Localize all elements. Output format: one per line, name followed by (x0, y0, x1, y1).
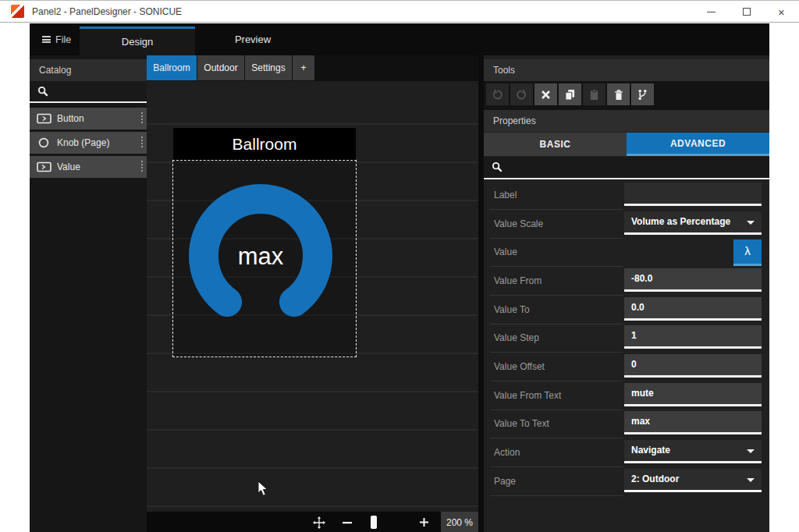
label-input[interactable] (624, 183, 762, 206)
zoom-slider-handle[interactable] (371, 516, 377, 529)
minimize-icon (707, 12, 716, 12)
property-row-label: Label (484, 182, 769, 210)
property-row-value-from-text: Value From Text mute (484, 382, 769, 410)
catalog-panel: Catalog Button (30, 55, 147, 532)
drag-handle-icon[interactable] (141, 112, 143, 125)
zoom-in-button[interactable] (415, 512, 432, 532)
lambda-icon: λ (744, 244, 751, 257)
drag-handle-icon[interactable] (141, 137, 143, 149)
value-offset-input[interactable]: 0 (624, 354, 762, 378)
catalog-item-button[interactable]: Button (30, 108, 147, 129)
zoom-out-button[interactable] (339, 512, 356, 532)
file-menu-button[interactable]: File (42, 23, 71, 55)
property-row-value-from: Value From -80.0 (484, 268, 769, 296)
app-logo-icon (11, 5, 24, 18)
delete-button[interactable] (607, 83, 630, 105)
copy-button[interactable] (559, 83, 581, 105)
mouse-cursor-icon (257, 481, 268, 497)
branch-icon (637, 89, 648, 101)
minimize-button[interactable] (694, 1, 729, 23)
design-canvas[interactable]: Ballroom max (147, 81, 478, 512)
knob-value-text: max (238, 243, 284, 270)
page-dropdown[interactable]: 2: Outdoor (624, 469, 762, 492)
property-row-value: Value λ (484, 239, 769, 267)
title-bar: Panel2 - PanelDesigner - SONICUE × (0, 0, 799, 23)
close-button[interactable]: × (764, 1, 799, 23)
value-scale-dropdown[interactable]: Volume as Percentage (624, 211, 762, 235)
tab-advanced[interactable]: ADVANCED (627, 133, 769, 156)
search-icon (492, 161, 503, 173)
tools-properties-panel: Tools (484, 55, 769, 532)
tab-basic[interactable]: BASIC (484, 133, 627, 156)
catalog-item-label: Button (57, 113, 84, 124)
value-from-input[interactable]: -80.0 (624, 268, 762, 292)
canvas-zoom-bar (147, 512, 441, 532)
property-row-value-scale: Value Scale Volume as Percentage (484, 211, 769, 239)
maximize-button[interactable] (729, 1, 764, 23)
catalog-item-label: Knob (Page) (57, 137, 109, 148)
paste-icon (588, 89, 600, 101)
page-tab-settings[interactable]: Settings (245, 55, 292, 80)
design-area: Ballroom Outdoor Settings + Ballroom max (147, 55, 478, 532)
catalog-header: Catalog (30, 59, 147, 81)
page-tab-outdoor[interactable]: Outdoor (197, 55, 244, 80)
property-row-value-step: Value Step 1 (484, 325, 769, 353)
property-row-value-to: Value To 0.0 (484, 296, 769, 325)
value-widget-icon (37, 161, 52, 172)
catalog-item-label: Value (57, 161, 80, 172)
catalog-item-list: Button Knob (Page) Value (30, 108, 147, 180)
knob-widget-selection[interactable]: max (173, 161, 356, 356)
app-content: File Design Preview Catalog (30, 23, 769, 532)
fit-view-button[interactable] (309, 512, 329, 532)
drag-handle-icon[interactable] (141, 161, 143, 173)
catalog-item-knob[interactable]: Knob (Page) (30, 132, 147, 154)
hamburger-icon (42, 36, 51, 43)
maximize-icon (743, 8, 751, 16)
widget-page-title: Ballroom (173, 128, 356, 161)
property-row-page: Page 2: Outdoor (484, 468, 769, 496)
chevron-down-icon (747, 221, 755, 225)
trash-icon (613, 89, 624, 101)
branch-button[interactable] (631, 83, 654, 105)
undo-button[interactable] (486, 83, 509, 105)
chevron-down-icon (747, 478, 755, 482)
zoom-level-label: 200 % (441, 512, 478, 532)
redo-icon (516, 89, 527, 101)
knob-widget[interactable]: Ballroom max (173, 128, 356, 356)
properties-search (484, 157, 769, 179)
value-from-text-input[interactable]: mute (624, 383, 762, 406)
catalog-search-input[interactable] (30, 81, 147, 103)
search-icon (37, 86, 49, 98)
knob-widget-icon (37, 137, 52, 148)
tab-preview[interactable]: Preview (195, 27, 311, 55)
tools-toolbar (484, 81, 769, 110)
properties-tab-bar: BASIC ADVANCED (484, 133, 769, 156)
file-menu-label: File (55, 34, 71, 45)
cut-icon (541, 90, 551, 100)
property-row-value-offset: Value Offset 0 (484, 353, 769, 381)
page-tab-ballroom[interactable]: Ballroom (147, 55, 197, 80)
close-icon: × (778, 5, 785, 19)
property-row-value-to-text: Value To Text max (484, 410, 769, 438)
properties-header: Properties (484, 110, 769, 132)
lambda-function-button[interactable]: λ (733, 239, 762, 266)
window-controls: × (694, 1, 799, 23)
paste-button[interactable] (583, 83, 605, 105)
catalog-item-value[interactable]: Value (30, 156, 147, 178)
redo-button[interactable] (510, 83, 533, 105)
undo-icon (492, 89, 503, 101)
window-title: Panel2 - PanelDesigner - SONICUE (32, 6, 182, 17)
page-tab-bar: Ballroom Outdoor Settings + (147, 55, 314, 80)
add-page-tab-button[interactable]: + (293, 55, 314, 80)
properties-search-input[interactable] (484, 157, 769, 179)
tools-header: Tools (484, 59, 769, 81)
copy-icon (564, 89, 576, 101)
action-dropdown[interactable]: Navigate (624, 440, 762, 463)
value-to-input[interactable]: 0.0 (624, 297, 762, 321)
value-step-input[interactable]: 1 (624, 325, 762, 349)
value-to-text-input[interactable]: max (624, 411, 762, 434)
menu-bar: File Design Preview (30, 23, 769, 55)
cut-button[interactable] (534, 83, 557, 105)
knob-arc: max (173, 161, 356, 356)
tab-design[interactable]: Design (80, 27, 195, 55)
